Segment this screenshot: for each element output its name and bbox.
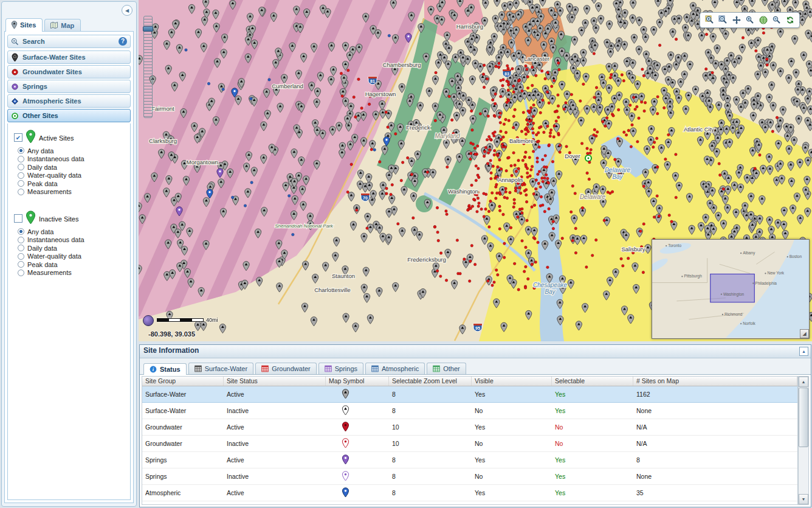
radio-option-water-quality-data[interactable]: Water-quality data [18, 172, 128, 180]
radio-label: Peak data [27, 261, 58, 268]
tab-surface-water[interactable]: Surface-Water [188, 363, 254, 374]
active-sites-checkbox[interactable]: ✔ [14, 133, 22, 142]
radio-option-peak-data[interactable]: Peak data [18, 179, 128, 188]
radio-option-measurements[interactable]: Measurements [18, 188, 128, 197]
radio-option-daily-data[interactable]: Daily data [18, 244, 128, 252]
table-cell: No [552, 440, 633, 447]
pan-tool-button[interactable] [731, 15, 741, 26]
zoom-next-button[interactable] [771, 15, 782, 26]
table-icon [371, 365, 379, 372]
radio-option-instantaneous-data[interactable]: Instantaneous data [18, 236, 128, 245]
site-category-accordion: Surface-Water SitesGroundwater SitesSpri… [6, 49, 132, 124]
radio-option-instantaneous-data[interactable]: Instantaneous data [18, 155, 128, 164]
overview-map[interactable]: TorontoAlbanyBostonNew YorkPhiladelphiaP… [652, 239, 810, 339]
radio-icon[interactable] [18, 261, 24, 268]
sidebar-item-springs[interactable]: Springs [7, 80, 131, 93]
table-cell: 10 [389, 440, 472, 447]
tab-atmospheric[interactable]: Atmospheric [365, 363, 425, 374]
tab-other[interactable]: Other [427, 363, 466, 374]
table-cell: Yes [552, 407, 633, 414]
map-symbol-ground-active-icon [342, 422, 349, 432]
tab-groundwater[interactable]: Groundwater [255, 363, 317, 374]
overview-toggle-button[interactable]: ◢ [800, 329, 809, 338]
table-row-groundwater-active[interactable]: GroundwaterActive10YesNoN/A [142, 419, 797, 436]
map-symbol-cell [326, 487, 389, 499]
tab-map[interactable]: Map [44, 19, 81, 32]
scroll-track[interactable] [799, 387, 808, 494]
tab-label: Springs [335, 365, 357, 372]
map-label: Harrisburg [456, 23, 483, 30]
column-header-site-status: Site Status [224, 377, 326, 386]
radio-option-any-data[interactable]: Any data [18, 147, 128, 155]
zoom-out-tool-icon [718, 15, 728, 25]
table-cell: Springs [142, 456, 224, 464]
scroll-thumb[interactable] [799, 388, 808, 447]
radio-icon[interactable] [18, 189, 24, 195]
table-cell: Groundwater [142, 440, 224, 447]
radio-label: Instantaneous data [27, 155, 84, 162]
table-cell: 35 [633, 489, 797, 496]
table-cell: Inactive [224, 440, 326, 447]
scroll-up-button[interactable]: ▲ [799, 377, 808, 387]
table-scrollbar[interactable]: ▲ ▼ [798, 376, 809, 505]
scroll-down-button[interactable]: ▼ [799, 494, 808, 504]
overview-extent-rect[interactable] [710, 274, 755, 302]
sidebar-item-atmospheric-sites[interactable]: Atmospheric Sites [7, 94, 131, 108]
sidebar-item-surface-water-sites[interactable]: Surface-Water Sites [7, 50, 131, 64]
radio-option-measurements[interactable]: Measurements [18, 269, 128, 277]
help-icon[interactable]: ? [119, 37, 127, 46]
zoom-out-tool-button[interactable] [718, 15, 728, 26]
table-row-springs-inactive[interactable]: SpringsInactive8NoYesNone [142, 468, 797, 485]
zoom-previous-button[interactable] [745, 15, 755, 26]
svg-text:81: 81 [370, 79, 375, 83]
table-cell: Inactive [224, 473, 326, 480]
table-row-springs-active[interactable]: SpringsActive8YesYes8 [142, 452, 797, 468]
sidebar-collapse-button[interactable]: ◀ [122, 5, 132, 16]
zoom-in-tool-button[interactable] [704, 15, 715, 26]
radio-icon[interactable] [18, 172, 24, 179]
sidebar-item-other-sites[interactable]: Other Sites [7, 109, 131, 122]
map-viewport[interactable]: 81837095HarrisburgLancasterChambersburgC… [139, 0, 812, 341]
radio-option-water-quality-data[interactable]: Water-quality data [18, 252, 128, 261]
app: ◀ Sites Map Search ? Surface-Water Sites… [0, 0, 812, 508]
locator-globe-icon[interactable] [143, 315, 154, 326]
search-header[interactable]: Search ? [7, 35, 131, 48]
overview-label: New York [767, 271, 784, 275]
full-extent-button[interactable] [758, 15, 768, 26]
sidebar-item-groundwater-sites[interactable]: Groundwater Sites [7, 65, 131, 78]
tab-label: Atmospheric [382, 365, 419, 372]
panel-collapse-button[interactable]: ▲ [799, 347, 808, 356]
radio-icon[interactable] [18, 156, 24, 162]
panel-header: Site Information ▲ [140, 345, 811, 358]
map-label: Salisbury [621, 246, 645, 252]
green-site-marker[interactable] [585, 155, 591, 161]
table-cell: Active [224, 489, 326, 496]
radio-icon[interactable] [18, 180, 24, 187]
radio-icon[interactable] [18, 270, 24, 276]
radio-option-daily-data[interactable]: Daily data [18, 163, 128, 172]
table-row-surface-water-active[interactable]: Surface-WaterActive8YesYes1162 [142, 386, 797, 403]
zoom-slider[interactable] [143, 16, 153, 118]
radio-icon[interactable] [18, 245, 24, 251]
inactive-sites-checkbox[interactable] [14, 214, 22, 223]
groundwater-icon [11, 68, 19, 77]
table-cell: No [552, 423, 633, 431]
zoom-slider-thumb[interactable] [143, 26, 153, 32]
radio-option-peak-data[interactable]: Peak data [18, 260, 128, 269]
overview-map-canvas: TorontoAlbanyBostonNew YorkPhiladelphiaP… [652, 240, 809, 338]
tab-springs[interactable]: Springs [318, 363, 363, 374]
table-row-surface-water-inactive[interactable]: Surface-WaterInactive8NoYesNone [142, 403, 797, 419]
radio-icon[interactable] [18, 237, 24, 243]
radio-icon[interactable] [18, 228, 24, 235]
table-row-atmospheric-active[interactable]: AtmosphericActive8YesYes35 [142, 485, 797, 501]
overview-label: Albany [743, 251, 755, 256]
refresh-button[interactable] [785, 15, 795, 26]
radio-icon[interactable] [18, 253, 24, 260]
tab-status[interactable]: iStatus [143, 363, 187, 375]
radio-option-any-data[interactable]: Any data [18, 228, 128, 236]
tab-sites[interactable]: Sites [5, 18, 43, 32]
radio-icon[interactable] [18, 164, 24, 170]
svg-text:95: 95 [475, 326, 480, 330]
table-row-groundwater-inactive[interactable]: GroundwaterInactive10NoNoN/A [142, 436, 797, 452]
radio-icon[interactable] [18, 147, 24, 154]
